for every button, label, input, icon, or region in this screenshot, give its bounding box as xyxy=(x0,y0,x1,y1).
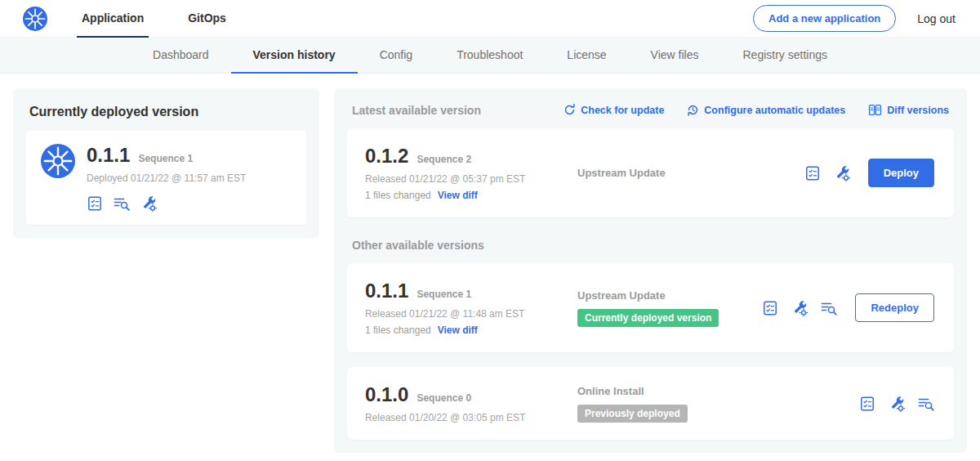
subnav-item-dashboard[interactable]: Dashboard xyxy=(131,38,231,74)
clock-refresh-icon xyxy=(687,104,699,116)
kubernetes-logo-icon xyxy=(23,7,47,31)
released-timestamp: Released 01/21/22 @ 11:48 am EST xyxy=(365,308,569,320)
sequence-label: Sequence 1 xyxy=(416,289,471,300)
sequence-label: Sequence 2 xyxy=(416,154,471,165)
check-for-update-label: Check for update xyxy=(581,105,664,116)
released-timestamp: Released 01/21/22 @ 05:37 pm EST xyxy=(365,173,569,185)
available-versions-panel: Latest available version Check for updat… xyxy=(334,88,967,453)
edit-config-icon[interactable] xyxy=(889,396,905,412)
version-source: Upstream Update Currently deployed versi… xyxy=(569,289,762,327)
other-available-versions-title: Other available versions xyxy=(352,239,949,252)
latest-available-title: Latest available version xyxy=(352,104,481,117)
diff-icon xyxy=(868,103,882,117)
released-timestamp: Released 01/20/22 @ 03:05 pm EST xyxy=(365,412,569,423)
currently-deployed-title: Currently deployed version xyxy=(29,105,305,119)
app-subnav: Dashboard Version history Config Trouble… xyxy=(0,38,980,74)
add-application-button[interactable]: Add a new application xyxy=(753,5,896,32)
version-number: 0.1.2 xyxy=(365,145,408,168)
version-actions xyxy=(859,396,936,412)
source-label: Upstream Update xyxy=(577,167,804,179)
app-logo-icon xyxy=(41,144,75,178)
deployed-version-number: 0.1.1 xyxy=(87,144,130,167)
version-source: Online Install Previously deployed xyxy=(569,385,859,423)
subnav-item-version-history[interactable]: Version history xyxy=(231,38,358,74)
previously-deployed-badge: Previously deployed xyxy=(577,405,688,423)
panel-header-actions: Check for update Configure automatic upd… xyxy=(564,103,949,117)
deployed-timestamp: Deployed 01/21/22 @ 11:57 am EST xyxy=(87,172,246,184)
version-actions: Deploy xyxy=(804,159,936,187)
source-label: Online Install xyxy=(577,385,859,397)
deployed-sequence-label: Sequence 1 xyxy=(138,153,193,164)
topbar: Application GitOps Add a new application… xyxy=(0,0,980,38)
check-for-update-button[interactable]: Check for update xyxy=(564,104,664,116)
available-panel-header: Latest available version Check for updat… xyxy=(347,101,954,117)
refresh-icon xyxy=(564,104,576,116)
configure-automatic-updates-label: Configure automatic updates xyxy=(704,105,845,116)
version-number: 0.1.1 xyxy=(365,280,408,302)
currently-deployed-badge: Currently deployed version xyxy=(577,309,719,327)
deployed-version-card: 0.1.1 Sequence 1 Deployed 01/21/22 @ 11:… xyxy=(26,131,306,225)
tab-application[interactable]: Application xyxy=(77,0,149,38)
edit-config-icon[interactable] xyxy=(791,300,808,316)
redeploy-button[interactable]: Redeploy xyxy=(855,293,934,322)
app-type-tabs: Application GitOps xyxy=(77,0,265,38)
edit-config-icon[interactable] xyxy=(140,195,157,212)
diff-versions-button[interactable]: Diff versions xyxy=(868,103,949,117)
deployed-actions xyxy=(87,195,246,212)
version-actions: Redeploy xyxy=(762,293,936,322)
version-info: 0.1.0 Sequence 0 Released 01/20/22 @ 03:… xyxy=(365,383,569,423)
currently-deployed-panel: Currently deployed version 0.1.1 Sequenc… xyxy=(13,88,319,238)
sequence-label: Sequence 0 xyxy=(416,392,471,404)
topbar-right: Add a new application Log out xyxy=(753,5,956,32)
view-files-icon[interactable] xyxy=(114,195,130,212)
release-notes-icon[interactable] xyxy=(762,300,778,316)
files-changed-label: 1 files changed xyxy=(365,324,431,336)
files-changed-label: 1 files changed xyxy=(365,190,431,201)
logout-link[interactable]: Log out xyxy=(917,12,956,25)
version-card-0-1-0: 0.1.0 Sequence 0 Released 01/20/22 @ 03:… xyxy=(347,367,954,440)
version-source: Upstream Update xyxy=(569,167,804,179)
version-info: 0.1.1 Sequence 1 Released 01/21/22 @ 11:… xyxy=(365,280,569,336)
view-diff-link[interactable]: View diff xyxy=(438,190,478,201)
release-notes-icon[interactable] xyxy=(87,195,103,212)
diff-versions-label: Diff versions xyxy=(887,105,949,116)
view-diff-link[interactable]: View diff xyxy=(438,324,478,336)
view-files-icon[interactable] xyxy=(821,300,837,316)
tab-gitops[interactable]: GitOps xyxy=(183,0,231,38)
deployed-version-info: 0.1.1 Sequence 1 Deployed 01/21/22 @ 11:… xyxy=(87,144,246,212)
view-files-icon[interactable] xyxy=(918,396,934,412)
version-card-0-1-1: 0.1.1 Sequence 1 Released 01/21/22 @ 11:… xyxy=(347,263,954,352)
subnav-item-config[interactable]: Config xyxy=(358,38,434,74)
release-notes-icon[interactable] xyxy=(859,396,875,412)
subnav-item-view-files[interactable]: View files xyxy=(629,38,721,74)
version-info: 0.1.2 Sequence 2 Released 01/21/22 @ 05:… xyxy=(365,145,569,201)
version-history-page: Currently deployed version 0.1.1 Sequenc… xyxy=(0,74,980,461)
subnav-item-troubleshoot[interactable]: Troubleshoot xyxy=(434,38,545,74)
subnav-item-registry-settings[interactable]: Registry settings xyxy=(721,38,849,74)
deploy-button[interactable]: Deploy xyxy=(868,159,934,187)
version-number: 0.1.0 xyxy=(365,383,408,406)
version-card-latest: 0.1.2 Sequence 2 Released 01/21/22 @ 05:… xyxy=(347,128,954,217)
subnav-item-license[interactable]: License xyxy=(545,38,628,74)
configure-automatic-updates-button[interactable]: Configure automatic updates xyxy=(687,104,845,116)
edit-config-icon[interactable] xyxy=(834,165,850,181)
release-notes-icon[interactable] xyxy=(804,165,821,181)
source-label: Upstream Update xyxy=(577,289,762,302)
